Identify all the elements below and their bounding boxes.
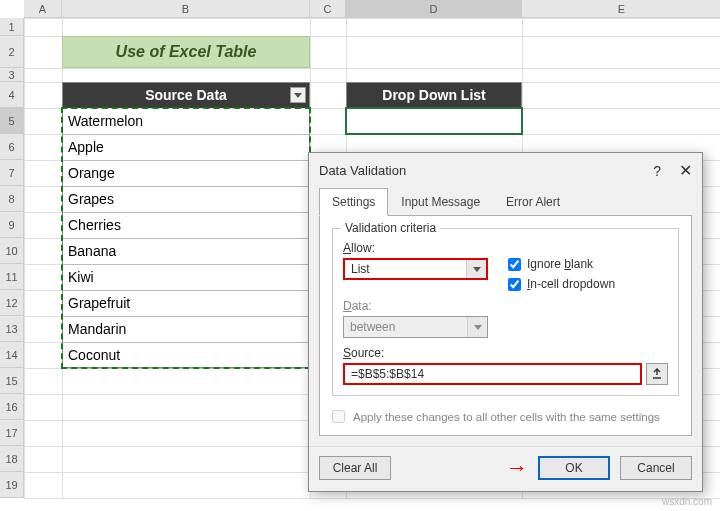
watermark: wsxdn.com	[662, 496, 712, 507]
row-head-15[interactable]: 15	[0, 368, 24, 394]
clear-all-button[interactable]: Clear All	[319, 456, 391, 480]
col-head-C[interactable]: C	[310, 0, 346, 18]
col-head-E[interactable]: E	[522, 0, 720, 18]
table-row[interactable]: Apple	[62, 134, 310, 160]
arrow-right-icon: →	[506, 455, 528, 481]
row-head-1[interactable]: 1	[0, 18, 24, 36]
validation-criteria-fieldset: Validation criteria Allow: List Ignore b…	[332, 228, 679, 396]
apply-label: Apply these changes to all other cells w…	[353, 411, 660, 423]
tab-settings[interactable]: Settings	[319, 188, 388, 216]
source-label: Source:	[343, 346, 668, 360]
source-value: =$B$5:$B$14	[351, 367, 424, 381]
tab-panel-settings: Validation criteria Allow: List Ignore b…	[319, 215, 692, 436]
row-head-19[interactable]: 19	[0, 472, 24, 498]
row-head-6[interactable]: 6	[0, 134, 24, 160]
row-head-11[interactable]: 11	[0, 264, 24, 290]
row-head-4[interactable]: 4	[0, 82, 24, 108]
row-head-9[interactable]: 9	[0, 212, 24, 238]
chevron-down-icon	[294, 93, 302, 98]
column-headers: ABCDE	[24, 0, 720, 18]
col-head-A[interactable]: A	[24, 0, 62, 18]
col-head-B[interactable]: B	[62, 0, 310, 18]
ok-button[interactable]: OK	[538, 456, 610, 480]
table-row[interactable]: Kiwi	[62, 264, 310, 290]
table-row[interactable]: Orange	[62, 160, 310, 186]
ignore-blank-checkbox[interactable]: Ignore blank	[508, 257, 615, 271]
row-head-2[interactable]: 2	[0, 36, 24, 68]
data-select: between	[343, 316, 488, 338]
incell-dropdown-checkbox[interactable]: In-cell dropdown	[508, 277, 615, 291]
allow-value: List	[345, 262, 466, 276]
allow-select[interactable]: List	[343, 258, 488, 280]
dialog-title-text: Data Validation	[319, 163, 406, 178]
table-row[interactable]: Cherries	[62, 212, 310, 238]
table-row[interactable]: Mandarin	[62, 316, 310, 342]
row-head-13[interactable]: 13	[0, 316, 24, 342]
dropdown-list-header-text: Drop Down List	[382, 87, 485, 103]
tab-input-message[interactable]: Input Message	[388, 188, 493, 216]
dropdown-list-header: Drop Down List	[346, 82, 522, 108]
table-row[interactable]: Grapefruit	[62, 290, 310, 316]
data-value: between	[344, 320, 467, 334]
row-headers: 12345678910111213141516171819	[0, 18, 24, 498]
row-head-3[interactable]: 3	[0, 68, 24, 82]
chevron-down-icon	[466, 260, 486, 278]
dialog-footer: Clear All → OK Cancel	[309, 446, 702, 491]
allow-label: Allow:	[343, 241, 488, 255]
row-head-14[interactable]: 14	[0, 342, 24, 368]
source-data-header-text: Source Data	[145, 87, 227, 103]
help-icon[interactable]: ?	[653, 163, 661, 179]
dialog-tabs: Settings Input Message Error Alert	[309, 188, 702, 216]
row-head-10[interactable]: 10	[0, 238, 24, 264]
collapse-icon	[651, 368, 663, 380]
row-head-17[interactable]: 17	[0, 420, 24, 446]
title-banner: Use of Excel Table	[62, 36, 310, 68]
table-filter-button[interactable]	[290, 87, 306, 103]
range-select-button[interactable]	[646, 363, 668, 385]
row-head-12[interactable]: 12	[0, 290, 24, 316]
row-head-5[interactable]: 5	[0, 108, 24, 134]
tab-error-alert[interactable]: Error Alert	[493, 188, 573, 216]
table-row[interactable]: Grapes	[62, 186, 310, 212]
data-label: Data:	[343, 299, 668, 313]
close-icon[interactable]: ✕	[679, 161, 692, 180]
table-row[interactable]: Watermelon	[62, 108, 310, 134]
source-input[interactable]: =$B$5:$B$14	[343, 363, 642, 385]
row-head-8[interactable]: 8	[0, 186, 24, 212]
table-row[interactable]: Coconut	[62, 342, 310, 368]
apply-changes-checkbox: Apply these changes to all other cells w…	[332, 410, 679, 423]
table-row[interactable]: Banana	[62, 238, 310, 264]
title-text: Use of Excel Table	[116, 43, 257, 61]
cancel-button[interactable]: Cancel	[620, 456, 692, 480]
row-head-16[interactable]: 16	[0, 394, 24, 420]
source-data-header: Source Data	[62, 82, 310, 108]
row-head-18[interactable]: 18	[0, 446, 24, 472]
chevron-down-icon	[467, 317, 487, 337]
fieldset-legend: Validation criteria	[341, 221, 440, 235]
row-head-7[interactable]: 7	[0, 160, 24, 186]
active-cell[interactable]	[345, 107, 523, 135]
data-validation-dialog: Data Validation ? ✕ Settings Input Messa…	[308, 152, 703, 492]
dialog-titlebar: Data Validation ? ✕	[309, 153, 702, 188]
col-head-D[interactable]: D	[346, 0, 522, 18]
